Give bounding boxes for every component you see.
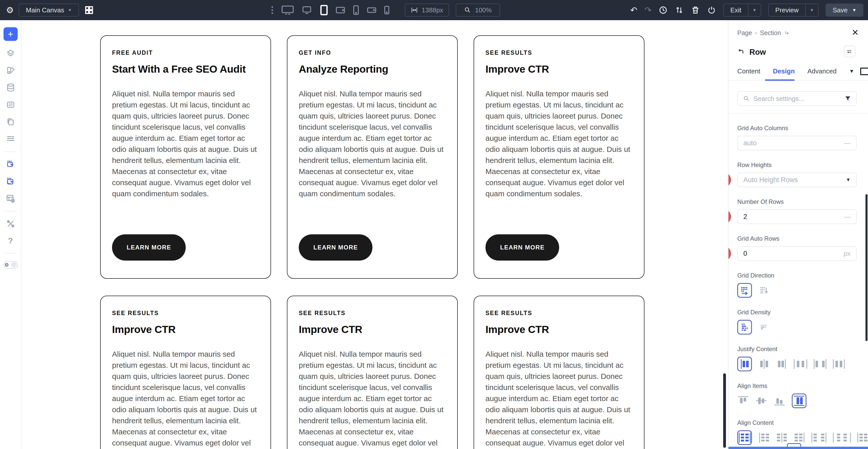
align-items-end-button[interactable] bbox=[774, 393, 785, 408]
redo-icon[interactable]: ↷ bbox=[645, 6, 652, 14]
justify-content-start-button[interactable] bbox=[737, 357, 752, 371]
selector-states-icon[interactable] bbox=[6, 177, 16, 186]
align-content-2-button[interactable] bbox=[758, 430, 770, 445]
align-content-3-button[interactable] bbox=[776, 430, 787, 445]
add-block-button[interactable]: + bbox=[3, 27, 18, 41]
number-of-rows-input[interactable]: 2 2 — bbox=[737, 210, 857, 224]
unit-dash[interactable]: — bbox=[844, 213, 850, 221]
zoom-icon bbox=[464, 6, 471, 14]
justify-content-end-button[interactable] bbox=[776, 357, 787, 371]
undo-icon[interactable]: ↶ bbox=[630, 6, 638, 14]
align-items-start-button[interactable] bbox=[737, 393, 749, 408]
settings-toggle[interactable]: ⚙ bbox=[3, 261, 18, 269]
grid-density-sparse-button[interactable] bbox=[737, 320, 752, 334]
filter-icon[interactable] bbox=[844, 95, 851, 102]
learn-more-button[interactable]: LEARN MORE bbox=[486, 234, 559, 261]
breadcrumb-page[interactable]: Page bbox=[737, 29, 752, 37]
align-stretch-icon bbox=[793, 395, 805, 406]
preview-dropdown[interactable]: ▼ bbox=[805, 4, 818, 16]
justify-content-around-button[interactable] bbox=[794, 357, 807, 371]
align-content-icon bbox=[858, 432, 868, 443]
trash-icon[interactable] bbox=[691, 5, 700, 14]
align-content-start-button[interactable] bbox=[737, 430, 752, 445]
gear-icon[interactable]: ⚙ bbox=[6, 6, 13, 14]
align-content-4-button[interactable] bbox=[794, 430, 805, 445]
canvas-zoom-input[interactable]: 100% bbox=[456, 3, 500, 17]
components-panel-icon[interactable] bbox=[6, 100, 16, 109]
grid-direction-column-button[interactable] bbox=[758, 283, 770, 298]
device-laptop-icon[interactable] bbox=[301, 5, 313, 15]
tab-design[interactable]: Design bbox=[773, 67, 795, 75]
card-eyebrow: GET INFO bbox=[299, 50, 446, 56]
database-icon[interactable] bbox=[6, 83, 16, 92]
design-swatches-icon[interactable] bbox=[6, 66, 16, 75]
sort-icon[interactable] bbox=[675, 5, 684, 14]
search-settings-input[interactable]: Search settings... bbox=[737, 91, 857, 106]
breadcrumb-section[interactable]: Section bbox=[760, 29, 781, 37]
card-see-results[interactable]: SEE RESULTS Improve CTR Aliquet nisl. Nu… bbox=[287, 296, 458, 449]
tools-icon[interactable] bbox=[6, 219, 16, 228]
align-content-between-button[interactable] bbox=[811, 430, 826, 445]
layers-icon[interactable] bbox=[6, 49, 16, 58]
chevron-down-icon[interactable]: ▼ bbox=[849, 68, 854, 74]
justify-content-center-button[interactable] bbox=[758, 357, 770, 371]
device-phone-small-icon[interactable] bbox=[383, 5, 390, 15]
save-dropdown-icon[interactable]: ▼ bbox=[852, 8, 857, 12]
width-icon bbox=[410, 6, 418, 14]
canvas-scrollbar[interactable] bbox=[723, 373, 726, 448]
tab-content[interactable]: Content bbox=[737, 67, 760, 75]
justify-content-evenly-button[interactable] bbox=[833, 357, 845, 371]
device-tablet-icon[interactable] bbox=[319, 4, 329, 15]
align-items-stretch-button[interactable] bbox=[792, 393, 806, 408]
device-phone-landscape-icon[interactable] bbox=[367, 6, 377, 14]
more-options-icon[interactable] bbox=[272, 6, 273, 14]
card-body: Aliquet nisl. Nulla tempor mauris sed pr… bbox=[299, 88, 446, 199]
device-phone-icon[interactable] bbox=[352, 5, 360, 15]
layout-preview-icon[interactable] bbox=[6, 194, 16, 203]
interactions-icon[interactable] bbox=[6, 159, 16, 169]
copy-pages-icon[interactable] bbox=[6, 117, 16, 127]
justify-content-between-button[interactable] bbox=[814, 357, 826, 371]
card-see-results[interactable]: SEE RESULTS Improve CTR Aliquet nisl. Nu… bbox=[474, 35, 645, 279]
grid-density-dense-button[interactable] bbox=[758, 320, 770, 334]
align-content-around-button[interactable] bbox=[833, 430, 851, 445]
canvas-selector[interactable]: Main Canvas ▼ bbox=[19, 3, 79, 17]
grid-view-icon[interactable] bbox=[84, 5, 94, 15]
align-content-evenly-button[interactable] bbox=[858, 430, 868, 445]
canvas-width-value: 1388px bbox=[422, 6, 443, 14]
card-get-info[interactable]: GET INFO Analyze Reporting Aliquet nisl.… bbox=[287, 35, 458, 279]
learn-more-button[interactable]: LEARN MORE bbox=[299, 234, 372, 261]
exit-dropdown[interactable]: ▼ bbox=[748, 4, 761, 16]
row-handle-icon[interactable] bbox=[844, 46, 856, 57]
exit-button[interactable]: Exit ▼ bbox=[723, 3, 761, 17]
history-icon[interactable] bbox=[658, 5, 668, 14]
canvas-width-input[interactable]: 1388px bbox=[405, 3, 449, 17]
tab-advanced[interactable]: Advanced bbox=[807, 67, 837, 75]
editor-canvas[interactable]: FREE AUDIT Start With a Free SEO Audit A… bbox=[22, 20, 728, 449]
unit-label[interactable]: px bbox=[844, 250, 850, 258]
grid-auto-columns-input[interactable]: auto — bbox=[737, 136, 857, 150]
align-start-icon bbox=[737, 395, 749, 406]
device-desktop-icon[interactable] bbox=[281, 5, 294, 15]
toggle-knob bbox=[11, 262, 17, 268]
help-icon[interactable]: ? bbox=[8, 236, 13, 246]
grid-direction-row-button[interactable] bbox=[737, 283, 752, 298]
power-icon[interactable] bbox=[707, 5, 716, 14]
save-button[interactable]: Save ▼ bbox=[826, 3, 864, 17]
grid-auto-rows-input[interactable]: 3 0 px bbox=[737, 246, 857, 261]
card-free-audit[interactable]: FREE AUDIT Start With a Free SEO Audit A… bbox=[100, 35, 271, 279]
preview-button[interactable]: Preview ▼ bbox=[768, 3, 818, 17]
list-rows-icon[interactable] bbox=[6, 134, 16, 144]
close-icon[interactable]: × bbox=[852, 27, 859, 38]
group-align-content: Align Content bbox=[737, 419, 857, 445]
panel-scrollbar[interactable] bbox=[866, 194, 868, 341]
card-see-results[interactable]: SEE RESULTS Improve CTR Aliquet nisl. Nu… bbox=[100, 296, 271, 449]
unit-dash[interactable]: — bbox=[844, 139, 850, 147]
device-tablet-landscape-icon[interactable] bbox=[335, 6, 345, 14]
learn-more-button[interactable]: LEARN MORE bbox=[112, 234, 186, 261]
align-items-center-button[interactable] bbox=[755, 393, 767, 408]
row-heights-select[interactable]: 1 Auto Height Rows ▼ bbox=[737, 172, 857, 187]
frame-outline-icon[interactable] bbox=[860, 68, 868, 75]
back-arrow-icon[interactable] bbox=[737, 49, 745, 56]
card-see-results[interactable]: SEE RESULTS Improve CTR Aliquet nisl. Nu… bbox=[474, 296, 645, 449]
